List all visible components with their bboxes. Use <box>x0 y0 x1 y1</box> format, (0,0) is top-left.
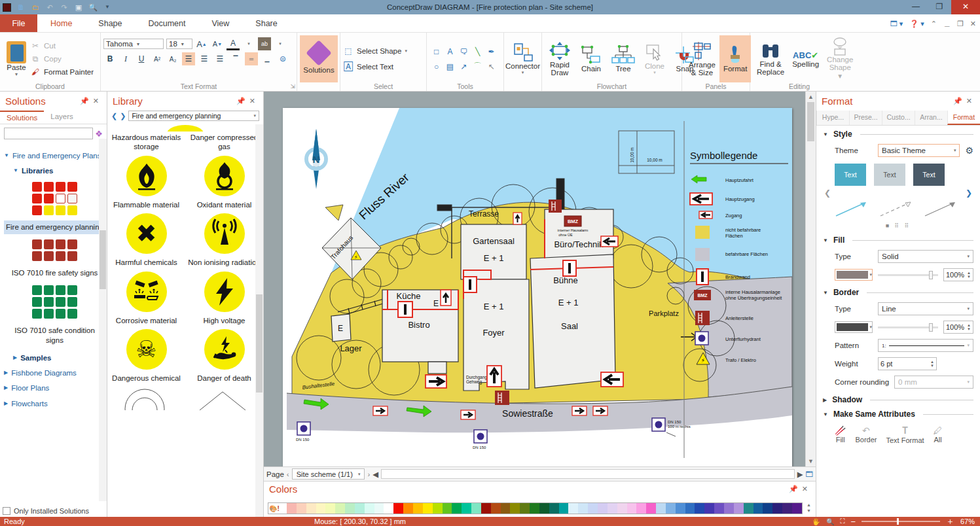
tab-format[interactable]: Format <box>947 111 980 125</box>
text-format-dialog-launcher-icon[interactable]: ⇲ <box>290 83 295 90</box>
shape-label[interactable]: Hazardous materials storage <box>107 133 185 152</box>
theme-select[interactable]: Basic Theme▾ <box>878 144 960 157</box>
zoom-area-icon[interactable]: 🔍 <box>826 518 834 525</box>
shape-label[interactable]: Harmful chemicals <box>114 258 179 267</box>
color-swatch[interactable] <box>365 503 374 514</box>
color-swatch[interactable] <box>345 503 355 514</box>
color-swatch[interactable] <box>413 503 423 514</box>
align-center-icon[interactable]: ☰ <box>198 52 211 65</box>
border-weight-spinner[interactable]: 6 pt▲▼ <box>878 357 937 370</box>
restore-button[interactable]: ❐ <box>928 0 951 14</box>
library-scrollbar[interactable] <box>255 124 263 517</box>
solutions-search-input[interactable] <box>4 128 93 139</box>
library-preview-grid-2[interactable] <box>4 239 105 261</box>
layers-tab[interactable]: Layers <box>44 111 80 124</box>
tab-file[interactable]: File <box>0 14 37 32</box>
color-swatch[interactable] <box>704 503 714 514</box>
color-swatch[interactable] <box>646 503 656 514</box>
tab-presentation[interactable]: Prese... <box>849 111 882 125</box>
tab-view[interactable]: View <box>198 14 242 32</box>
chain-button[interactable]: Chain <box>576 35 606 82</box>
document-page[interactable]: Trafohaus ⚡ Terrasse <box>283 108 792 466</box>
library-preview-grid-1[interactable] <box>4 182 105 215</box>
palette-scroll[interactable]: ▲▼ <box>805 502 813 515</box>
fill-opacity-slider[interactable] <box>878 274 938 276</box>
color-swatch[interactable] <box>510 503 520 514</box>
color-swatch[interactable] <box>520 503 530 514</box>
hscroll-right-icon[interactable]: ▶ <box>797 470 803 479</box>
textbox-tool-icon[interactable]: ▤ <box>443 60 457 73</box>
tree-button[interactable]: Tree <box>608 35 639 82</box>
callout-tool-icon[interactable]: 🗨 <box>457 45 471 58</box>
rapid-draw-button[interactable]: Rapid Draw <box>545 35 575 82</box>
pin-icon[interactable]: 📌 <box>789 485 802 493</box>
color-swatch[interactable] <box>744 503 753 514</box>
color-swatch[interactable] <box>393 503 403 514</box>
color-swatch[interactable] <box>443 503 452 514</box>
shape-non-ionising-radiation[interactable] <box>204 213 245 254</box>
underline-icon[interactable]: U <box>135 52 148 65</box>
shape-label[interactable]: Danger compressed gas <box>185 133 263 152</box>
style-next-icon[interactable]: ❯ <box>966 188 972 198</box>
color-swatch[interactable] <box>792 503 802 514</box>
format-painter-button[interactable]: 🖌Format Painter <box>30 67 94 77</box>
align-left-icon[interactable]: ☰ <box>182 52 195 65</box>
color-swatch[interactable] <box>714 503 724 514</box>
shape-label[interactable]: Flammable material <box>112 200 181 209</box>
tab-custom[interactable]: Custo... <box>882 111 915 125</box>
italic-icon[interactable]: I <box>119 52 132 65</box>
panels-layout-icon[interactable]: 🗖 ▾ <box>890 20 903 28</box>
color-swatch[interactable] <box>384 503 393 514</box>
color-swatch[interactable] <box>539 503 549 514</box>
msa-fill-button[interactable]: 🥢Fill <box>835 425 846 444</box>
cut-button[interactable]: ✂Cut <box>30 41 94 50</box>
pan-tool-icon[interactable]: 🖐 <box>812 518 820 525</box>
border-section-header[interactable]: ▼Border <box>823 288 973 297</box>
shape-label[interactable]: Dangerous chemical <box>111 374 182 383</box>
border-pattern-select[interactable]: 1:▾ <box>878 339 973 352</box>
border-opacity-spinner[interactable]: 100%▲▼ <box>943 321 973 334</box>
arrow-tool-icon[interactable]: ↗ <box>457 60 471 73</box>
color-swatch[interactable] <box>549 503 559 514</box>
color-swatch[interactable] <box>325 503 335 514</box>
color-swatch[interactable] <box>568 503 578 514</box>
pen-tool-icon[interactable]: ✒ <box>484 45 498 58</box>
zoom-slider[interactable] <box>862 521 940 522</box>
valign-top-icon[interactable]: ▔ <box>229 52 242 65</box>
color-swatch[interactable] <box>306 503 316 514</box>
find-replace-button[interactable]: Find & Replace <box>753 35 788 82</box>
color-swatch[interactable] <box>598 503 608 514</box>
color-swatch[interactable] <box>588 503 598 514</box>
tab-share[interactable]: Share <box>242 14 290 32</box>
style-swatch-3[interactable]: Text <box>913 164 945 186</box>
fill-opacity-spinner[interactable]: 100%▲▼ <box>943 268 973 281</box>
superscript-icon[interactable]: A² <box>151 52 164 65</box>
line-style-3[interactable] <box>924 200 958 217</box>
shape-harmful-chemicals[interactable]: ✖ <box>126 213 167 254</box>
color-swatch[interactable] <box>501 503 511 514</box>
tab-home[interactable]: Home <box>37 14 85 32</box>
clone-button[interactable]: Clone▾ <box>640 35 669 82</box>
page-prev-icon[interactable]: ‹ <box>287 470 289 478</box>
shape-label[interactable]: Non ionising radiation <box>187 258 262 267</box>
tree-item-flowcharts[interactable]: ▶Flowcharts <box>4 399 105 408</box>
bold-icon[interactable]: B <box>103 52 117 65</box>
close-icon[interactable]: ✕ <box>249 97 259 105</box>
zoom-in-icon[interactable]: ＋ <box>946 516 954 526</box>
color-swatch[interactable] <box>452 503 462 514</box>
only-installed-checkbox[interactable] <box>3 507 10 515</box>
color-swatch[interactable] <box>608 503 617 514</box>
color-swatch[interactable] <box>355 503 365 514</box>
color-swatch[interactable] <box>763 503 772 514</box>
copy-button[interactable]: ⧉Copy <box>30 54 94 63</box>
border-type-select[interactable]: Line▾ <box>878 302 973 315</box>
msa-border-button[interactable]: ↶Border <box>855 425 877 444</box>
valign-bottom-icon[interactable]: ▁ <box>261 52 274 65</box>
color-palette[interactable] <box>268 502 803 514</box>
style-swatch-1[interactable]: Text <box>835 164 866 186</box>
color-swatch[interactable] <box>297 503 306 514</box>
color-swatch[interactable] <box>316 503 326 514</box>
no-color-icon[interactable]: ! <box>277 505 279 512</box>
color-swatch[interactable] <box>335 503 345 514</box>
new-page-icon[interactable]: 🗔 <box>806 470 814 478</box>
